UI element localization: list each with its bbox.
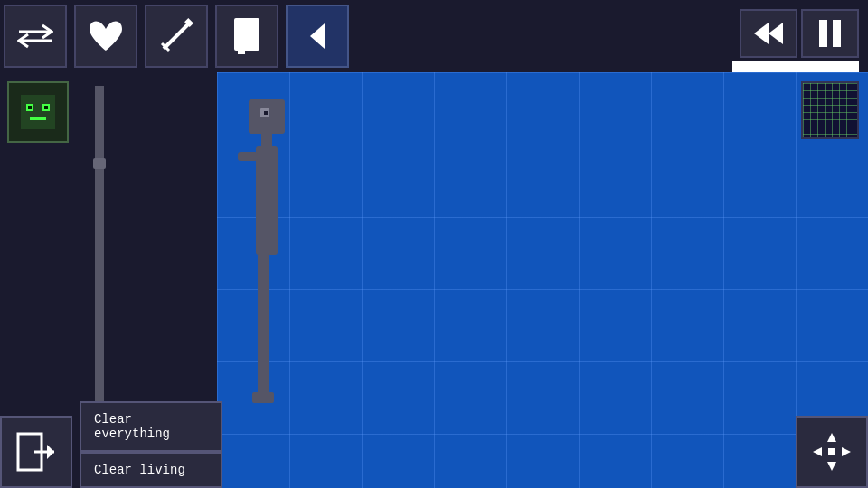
svg-marker-6	[754, 23, 769, 44]
svg-rect-3	[234, 18, 259, 51]
svg-marker-29	[842, 447, 851, 456]
svg-rect-13	[28, 106, 32, 109]
rewind-button[interactable]	[740, 9, 797, 58]
clear-everything-button[interactable]: Clear everything	[80, 401, 222, 452]
sword-button[interactable]	[145, 5, 208, 68]
avatar	[7, 81, 69, 143]
back-button[interactable]	[286, 5, 349, 68]
clear-living-button[interactable]: Clear living	[80, 452, 222, 488]
exit-button[interactable]	[0, 416, 72, 488]
svg-rect-15	[30, 117, 46, 120]
svg-marker-7	[769, 23, 783, 44]
svg-rect-9	[833, 20, 841, 47]
svg-rect-24	[258, 253, 269, 398]
svg-rect-17	[93, 158, 106, 169]
svg-rect-4	[238, 51, 245, 54]
unknown-button[interactable]	[215, 5, 278, 68]
svg-marker-27	[827, 462, 836, 471]
sidebar-character	[77, 86, 122, 411]
swap-button[interactable]	[4, 5, 67, 68]
svg-rect-20	[264, 111, 268, 115]
context-menu: Clear everything Clear living	[80, 401, 222, 488]
svg-rect-22	[256, 146, 278, 255]
svg-marker-28	[813, 447, 822, 456]
svg-rect-30	[828, 448, 835, 455]
game-area[interactable]	[217, 72, 868, 488]
minimap-grid	[803, 83, 857, 137]
heart-button[interactable]	[74, 5, 137, 68]
stick-figure	[231, 90, 303, 470]
svg-rect-23	[238, 152, 258, 161]
toolbar	[0, 0, 868, 72]
playback-controls	[740, 9, 859, 58]
svg-rect-8	[819, 20, 827, 47]
minimap	[801, 81, 859, 139]
svg-marker-5	[310, 23, 325, 49]
svg-marker-33	[47, 445, 54, 459]
svg-rect-25	[252, 392, 274, 403]
svg-rect-14	[44, 106, 48, 109]
svg-marker-26	[827, 433, 836, 442]
move-button[interactable]	[796, 416, 868, 488]
svg-rect-10	[21, 95, 55, 129]
svg-line-0	[164, 23, 189, 49]
pause-button[interactable]	[801, 9, 859, 58]
right-controls	[732, 9, 859, 74]
svg-rect-21	[261, 132, 272, 148]
